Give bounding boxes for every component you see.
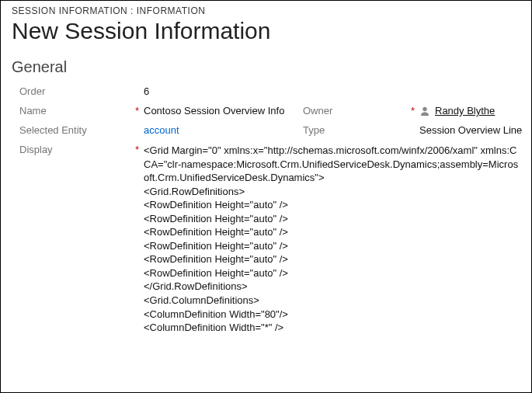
selected-entity-label: Selected Entity — [19, 124, 144, 136]
svg-point-0 — [422, 106, 426, 110]
order-label: Order — [19, 85, 144, 97]
display-label: Display — [19, 144, 144, 338]
owner-label: Owner — [303, 105, 419, 117]
user-icon — [419, 106, 430, 117]
display-value[interactable]: <Grid Margin="0" xmlns:x="http://schemas… — [144, 144, 520, 338]
type-value[interactable]: Session Overview Line — [419, 124, 532, 136]
order-value[interactable]: 6 — [144, 85, 303, 97]
owner-value[interactable]: Randy Blythe — [419, 105, 532, 117]
page-title: New Session Information — [12, 18, 520, 44]
name-value[interactable]: Contoso Session Overview Info — [144, 105, 303, 117]
selected-entity-value[interactable]: account — [144, 124, 303, 136]
section-general: General — [12, 58, 520, 76]
form-grid: Order 6 Name Contoso Session Overview In… — [12, 85, 520, 136]
type-label: Type — [303, 124, 419, 136]
name-label: Name — [19, 105, 144, 117]
owner-name[interactable]: Randy Blythe — [435, 105, 495, 117]
breadcrumb: SESSION INFORMATION : INFORMATION — [12, 5, 520, 16]
